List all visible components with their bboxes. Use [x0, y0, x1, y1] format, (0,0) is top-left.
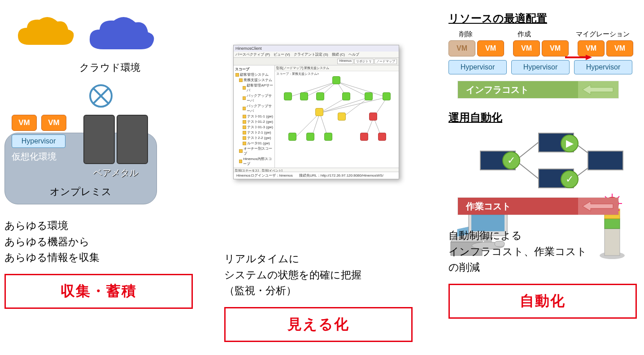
cta-automate: 自動化	[448, 284, 637, 319]
hypervisor-badge: Hypervisor	[12, 134, 65, 148]
folder-icon	[243, 86, 246, 90]
col1-description: あらゆる環境 あらゆる機器から あらゆる情報を収集	[4, 218, 197, 266]
folder-icon	[243, 142, 246, 145]
flow-step-icon	[587, 151, 623, 170]
baremetal-area: ベアメタル	[83, 115, 148, 179]
column-automate: リソースの最適配置 削除 作成 マイグレーション VM VM VM VM VM …	[448, 11, 641, 319]
app-window: HinemosClient パースペクティブ (P) ビュー (V) クライアン…	[233, 45, 399, 179]
work-cost-bar: 作業コスト	[457, 197, 619, 215]
toolbar-btn: ノードマップ	[374, 59, 397, 64]
server-icon	[117, 115, 148, 164]
app-tree: スコープ 顧客管理システム 業務支援システム 顧客管理APサーバ バックアップサ…	[234, 65, 275, 168]
check-icon: ✓	[502, 152, 520, 169]
node-icon	[378, 133, 386, 141]
vm-badge: VM	[513, 40, 540, 56]
app-titlebar: HinemosClient	[234, 45, 399, 52]
infra-cost-bar: インフラコスト	[457, 81, 619, 99]
vm-badge-faded: VM	[448, 40, 475, 56]
hypervisor-badge: Hypervisor	[574, 60, 632, 74]
svg-line-3	[288, 82, 337, 97]
vm-badge: VM	[12, 115, 37, 131]
folder-icon	[243, 131, 246, 134]
node-icon	[332, 76, 340, 84]
cloud-icon-orange	[13, 13, 76, 54]
svg-marker-41	[586, 55, 592, 60]
cta-collect: 収集・蓄積	[4, 274, 193, 309]
folder-icon	[243, 115, 246, 118]
workflow-diagram: ✓ ✓ ▶	[471, 129, 619, 192]
app-statusbar: Hinemosログインユーザ：hinemos 接続先URL：http://172…	[234, 172, 399, 179]
sec-automation-title: 運用自動化	[448, 110, 641, 125]
svg-marker-43	[583, 201, 613, 211]
app-table: 監視[ステータス] 監視[イベント] スコープ：業務支援システム> マネージャプ…	[234, 168, 399, 172]
cloud-icon-blue	[85, 13, 157, 58]
app-body: スコープ 顧客管理システム 業務支援システム 顧客管理APサーバ バックアップサ…	[234, 65, 399, 168]
vm-badge: VM	[606, 40, 633, 56]
check-icon: ✓	[561, 170, 579, 188]
virtualization-area: VM VM Hypervisor 仮想化環境	[12, 115, 66, 163]
app-menubar: パースペクティブ (P) ビュー (V) クライアント設定 (S) 接続 (C)…	[234, 52, 399, 58]
folder-icon	[243, 136, 246, 140]
hypervisor-badge: Hypervisor	[448, 60, 507, 74]
baremetal-label: ベアメタル	[93, 167, 138, 179]
folder-icon	[239, 78, 243, 82]
vm-row: VM VM VM VM VM VM	[448, 40, 641, 56]
node-icon	[338, 113, 346, 121]
svg-marker-42	[583, 85, 613, 95]
toolbar-btn: リポジトリ	[354, 59, 374, 64]
migration-arrow-icon	[565, 54, 592, 61]
combine-icon	[88, 83, 113, 108]
vm-badge: VM	[477, 40, 504, 56]
app-nodemap: 監視[ノードマップ] 業務支援システム スコープ：業務支援システム>	[275, 65, 399, 168]
node-icon	[324, 133, 332, 141]
node-icon	[369, 113, 377, 121]
folder-icon	[243, 120, 246, 124]
cloud-env-label: クラウド環境	[22, 61, 197, 74]
play-icon: ▶	[561, 134, 579, 152]
node-icon	[284, 92, 292, 100]
col2-description: リアルタイムに システムの状態を的確に把握 （監視・分析）	[224, 251, 417, 299]
vm-badge: VM	[542, 40, 569, 56]
virt-label: 仮想化環境	[12, 151, 66, 163]
arrow-left-icon	[578, 198, 618, 215]
col3-description: 自動制御による インフラコスト、作業コスト の削減	[448, 228, 641, 276]
folder-icon	[243, 96, 246, 100]
folder-icon	[239, 160, 242, 163]
sec-resource-title: リソースの最適配置	[448, 11, 641, 26]
node-icon	[365, 92, 373, 100]
hypervisor-badge: Hypervisor	[511, 60, 570, 74]
node-icon	[360, 133, 368, 141]
onprem-label: オンプレミス	[5, 185, 157, 199]
column-collect: クラウド環境 オンプレミス VM VM Hypervisor 仮想化環境 ベアメ…	[4, 13, 197, 309]
folder-icon	[243, 107, 246, 110]
arrow-left-icon	[578, 81, 618, 98]
node-icon	[306, 133, 314, 141]
app-toolbar: Hinemos リポジトリ ノードマップ	[234, 58, 399, 65]
server-icon	[83, 115, 115, 164]
hypervisor-row: Hypervisor Hypervisor Hypervisor	[448, 60, 641, 74]
svg-line-11	[320, 97, 387, 113]
op-labels: 削除 作成 マイグレーション	[459, 30, 641, 39]
cta-visualize: 見える化	[224, 307, 413, 342]
folder-icon	[239, 149, 243, 153]
toolbar-btn: Hinemos	[337, 59, 353, 64]
node-icon	[383, 92, 391, 100]
vm-badge: VM	[41, 115, 66, 131]
node-icon	[288, 133, 296, 141]
node-icon	[342, 92, 350, 100]
node-icon	[315, 108, 323, 116]
onprem-box: オンプレミス VM VM Hypervisor 仮想化環境 ベアメタル	[4, 115, 157, 204]
node-icon	[300, 92, 308, 100]
cloud-row	[13, 13, 197, 58]
folder-icon	[235, 73, 239, 77]
node-icon	[316, 92, 324, 100]
column-visualize: HinemosClient パースペクティブ (P) ビュー (V) クライアン…	[224, 45, 417, 342]
folder-icon	[243, 126, 246, 129]
